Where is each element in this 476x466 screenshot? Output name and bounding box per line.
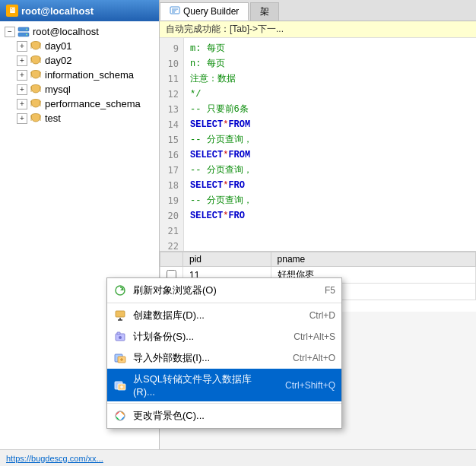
database-icon-mysql: [30, 84, 42, 95]
tab-second[interactable]: 架: [250, 2, 279, 21]
tree-item-performance-schema[interactable]: + performance_schema: [0, 97, 159, 111]
menu-create-db-label: 创建数据库(D)...: [133, 309, 205, 322]
status-url[interactable]: https://bugdescg.com/xx...: [6, 454, 103, 463]
tree-header-label: root@localhost: [21, 5, 94, 17]
tree-information-schema-label: information_schema: [45, 69, 134, 81]
code-line-22: [190, 239, 470, 251]
svg-point-2: [26, 28, 27, 30]
tree-item-day01[interactable]: + day01: [0, 39, 159, 53]
menu-create-db-shortcut: Ctrl+D: [309, 310, 335, 321]
menu-refresh-label: 刷新对象浏览器(O): [133, 284, 217, 297]
change-bg-icon: [113, 409, 127, 423]
menu-import-sql-label: 从SQL转储文件导入数据库(R)...: [133, 372, 270, 398]
code-line-12: */: [190, 87, 470, 102]
database-icon-performance-schema: [30, 99, 42, 109]
code-line-11: 注意：数据: [190, 71, 470, 87]
menu-change-bg-label: 更改背景色(C)...: [133, 409, 205, 423]
database-icon-day01: [30, 41, 42, 52]
expand-icon-day01[interactable]: +: [17, 41, 27, 52]
code-line-20: SELECT * FRO: [190, 208, 470, 223]
tree-item-root[interactable]: − root@localhost: [0, 24, 159, 39]
menu-item-import-ext[interactable]: 导入外部数据(I)... Ctrl+Alt+O: [107, 347, 341, 369]
menu-item-change-bg[interactable]: 更改背景色(C)...: [107, 405, 341, 426]
code-line-9: m: 每页: [190, 41, 470, 56]
tree-header: 🖥 root@localhost: [0, 0, 159, 21]
menu-item-create-db[interactable]: 创建数据库(D)... Ctrl+D: [107, 305, 341, 326]
code-line-21: [190, 223, 470, 239]
tree-item-information-schema[interactable]: + information_schema: [0, 68, 159, 82]
tree-body: − root@localhost + day01: [0, 21, 159, 128]
expand-icon-information-schema[interactable]: +: [17, 70, 27, 81]
expand-icon-test[interactable]: +: [17, 113, 27, 124]
menu-refresh-shortcut: F5: [325, 285, 335, 296]
svg-point-3: [26, 33, 27, 35]
svg-point-33: [119, 336, 122, 339]
code-line-13: -- 只要前6条: [190, 102, 470, 117]
menu-backup-label: 计划备份(S)...: [133, 330, 194, 344]
results-col-checkbox: [160, 252, 183, 267]
menu-import-sql-shortcut: Ctrl+Shift+Q: [285, 380, 335, 391]
hint-text: 自动完成功能：[Tab]->下一...: [166, 23, 284, 36]
code-line-18: SELECT * FRO: [190, 178, 470, 193]
status-bar: https://bugdescg.com/xx...: [0, 449, 476, 466]
tree-day02-label: day02: [45, 55, 71, 66]
database-icon-information-schema: [30, 70, 42, 81]
menu-separator-1: [107, 303, 341, 303]
tree-mysql-label: mysql: [45, 84, 71, 95]
svg-rect-32: [117, 332, 120, 334]
menu-backup-shortcut: Ctrl+Alt+S: [294, 331, 335, 342]
tree-test-label: test: [45, 113, 61, 124]
code-line-15: -- 分页查询，: [190, 132, 470, 147]
refresh-icon: [113, 284, 127, 297]
context-menu: 刷新对象浏览器(O) F5 创建数据库(D)... Ctrl+D: [106, 277, 342, 429]
menu-import-ext-shortcut: Ctrl+Alt+O: [293, 353, 335, 363]
svg-point-43: [116, 411, 125, 420]
tree-item-test[interactable]: + test: [0, 111, 159, 125]
import-sql-icon: [113, 379, 127, 392]
tab-query-builder-label: Query Builder: [183, 6, 239, 17]
code-line-10: n: 每页: [190, 56, 470, 71]
menu-import-ext-label: 导入外部数据(I)...: [133, 351, 210, 365]
code-editor[interactable]: 9 10 11 12 13 14 15 16 17 18 19 20 21 22…: [160, 38, 476, 251]
expand-icon-mysql[interactable]: +: [17, 84, 27, 95]
create-db-icon: [113, 309, 127, 322]
menu-item-backup[interactable]: 计划备份(S)... Ctrl+Alt+S: [107, 326, 341, 347]
query-builder-icon: [170, 6, 180, 17]
database-icon-test: [30, 113, 42, 124]
code-content[interactable]: m: 每页 n: 每页 注意：数据 */ -- 只要前6条 SELECT * F…: [184, 38, 476, 251]
svg-rect-28: [116, 311, 125, 317]
expand-icon-day02[interactable]: +: [17, 55, 27, 66]
database-icon-day02: [30, 55, 42, 66]
hint-bar: 自动完成功能：[Tab]->下一...: [160, 21, 476, 38]
tree-performance-schema-label: performance_schema: [45, 98, 141, 109]
code-line-14: SELECT * FROM: [190, 117, 470, 132]
expand-icon-root[interactable]: −: [5, 27, 15, 37]
menu-item-import-sql[interactable]: 从SQL转储文件导入数据库(R)... Ctrl+Shift+Q: [107, 369, 341, 401]
tab-bar: Query Builder 架: [160, 0, 476, 21]
expand-icon-performance-schema[interactable]: +: [17, 99, 27, 109]
menu-separator-2: [107, 403, 341, 404]
tree-item-mysql[interactable]: + mysql: [0, 82, 159, 97]
code-line-16: SELECT * FROM: [190, 147, 470, 163]
tree-item-day02[interactable]: + day02: [0, 53, 159, 68]
results-col-pid: pid: [183, 252, 271, 267]
menu-item-refresh[interactable]: 刷新对象浏览器(O) F5: [107, 280, 341, 301]
tree-day01-label: day01: [45, 40, 71, 52]
db-server-icon: 🖥: [6, 5, 18, 17]
tab-second-label: 架: [260, 5, 269, 18]
tree-root-label: root@localhost: [33, 26, 99, 37]
tab-query-builder[interactable]: Query Builder: [160, 2, 249, 21]
server-icon: [17, 27, 30, 37]
results-col-pname: pname: [271, 252, 475, 267]
line-numbers: 9 10 11 12 13 14 15 16 17 18 19 20 21 22: [160, 38, 184, 251]
code-line-17: -- 分页查询，: [190, 163, 470, 178]
main-container: 🖥 root@localhost − root@localhost +: [0, 0, 476, 466]
code-line-19: -- 分页查询，: [190, 193, 470, 208]
import-ext-icon: [113, 351, 127, 365]
backup-icon: [113, 330, 127, 344]
